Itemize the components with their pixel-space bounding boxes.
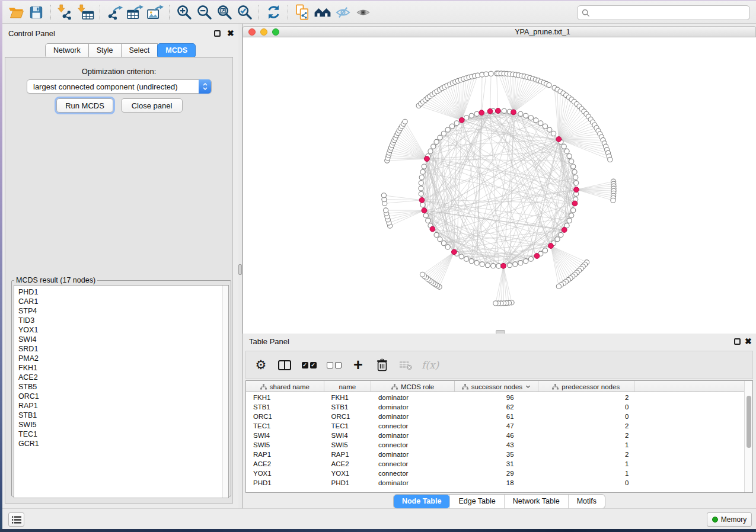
mcds-node[interactable]: [425, 156, 430, 162]
table-cell[interactable]: 0: [539, 412, 635, 421]
mcds-node[interactable]: [419, 197, 425, 203]
tab-style[interactable]: Style: [88, 43, 122, 58]
add-column-button[interactable]: +: [350, 356, 366, 374]
network-node[interactable]: [569, 213, 574, 218]
network-node[interactable]: [508, 263, 512, 268]
vertical-splitter[interactable]: [238, 24, 243, 508]
tab-mcds[interactable]: MCDS: [157, 43, 196, 58]
tab-network[interactable]: Network: [45, 43, 89, 58]
table-cell[interactable]: 0: [539, 402, 635, 412]
table-cell[interactable]: RAP1: [324, 450, 371, 459]
network-node[interactable]: [534, 118, 538, 123]
network-node[interactable]: [569, 159, 574, 164]
table-cell[interactable]: 2: [539, 393, 635, 402]
table-row[interactable]: RAP1RAP1dominator352: [246, 450, 744, 459]
import-table-button[interactable]: [75, 3, 95, 22]
network-node[interactable]: [445, 245, 450, 249]
table-cell[interactable]: ACE2: [246, 459, 324, 469]
mcds-result-item[interactable]: TID3: [18, 316, 222, 325]
table-row[interactable]: YOX1YOX1connector291: [246, 469, 744, 478]
network-node[interactable]: [513, 262, 518, 267]
network-node[interactable]: [476, 73, 480, 78]
table-row[interactable]: PHD1PHD1dominator180: [246, 478, 744, 488]
mcds-node[interactable]: [430, 226, 435, 232]
network-node[interactable]: [428, 149, 433, 153]
close-panel-button[interactable]: Close panel: [121, 98, 183, 113]
mcds-result-item[interactable]: TEC1: [18, 430, 222, 439]
network-node[interactable]: [426, 218, 430, 223]
table-row[interactable]: SWI5SWI5connector431: [246, 440, 744, 450]
network-node[interactable]: [571, 164, 576, 169]
column-header-MCDS-role[interactable]: MCDS role: [371, 381, 455, 392]
network-node[interactable]: [474, 111, 479, 116]
task-history-button[interactable]: [8, 512, 24, 527]
table-cell[interactable]: [634, 421, 744, 431]
table-cell[interactable]: ORC1: [324, 412, 371, 421]
table-cell[interactable]: 29: [455, 469, 539, 478]
table-scrollbar[interactable]: [744, 381, 752, 492]
mcds-result-item[interactable]: YOX1: [18, 325, 222, 335]
tab-edge-table[interactable]: Edge Table: [449, 495, 503, 508]
network-node[interactable]: [556, 284, 561, 289]
network-node[interactable]: [496, 264, 501, 268]
close-panel-icon[interactable]: ✖: [227, 28, 234, 39]
network-node[interactable]: [567, 218, 572, 223]
network-node[interactable]: [555, 237, 560, 242]
table-cell[interactable]: TEC1: [324, 421, 371, 431]
network-node[interactable]: [420, 203, 425, 207]
network-node[interactable]: [564, 149, 569, 153]
float-table-panel-icon[interactable]: [734, 338, 741, 345]
mcds-result-item[interactable]: PMA2: [18, 354, 222, 363]
mcds-node[interactable]: [534, 254, 540, 259]
network-node[interactable]: [518, 261, 523, 265]
table-cell[interactable]: connector: [371, 421, 455, 431]
optimization-criterion-dropdown[interactable]: largest connected component (undirected): [27, 79, 212, 94]
mcds-node[interactable]: [562, 227, 567, 233]
zoom-fit-button[interactable]: [214, 3, 234, 22]
network-node[interactable]: [419, 181, 423, 185]
export-table-button[interactable]: [125, 3, 145, 22]
network-node[interactable]: [543, 248, 547, 253]
network-node[interactable]: [567, 154, 572, 159]
table-cell[interactable]: connector: [371, 440, 455, 450]
mcds-result-item[interactable]: STB5: [18, 382, 222, 392]
network-node[interactable]: [551, 131, 556, 136]
table-cell[interactable]: [634, 469, 744, 478]
network-node[interactable]: [491, 264, 496, 268]
table-cell[interactable]: connector: [371, 459, 455, 469]
table-cell[interactable]: dominator: [371, 450, 455, 459]
mcds-result-item[interactable]: PHD1: [18, 287, 222, 297]
tab-network-table[interactable]: Network Table: [504, 495, 568, 508]
table-cell[interactable]: ACE2: [324, 459, 371, 469]
table-cell[interactable]: 1: [539, 469, 635, 478]
mcds-node[interactable]: [501, 263, 506, 268]
network-node[interactable]: [419, 175, 424, 180]
network-node[interactable]: [480, 262, 484, 267]
table-cell[interactable]: 43: [455, 440, 539, 450]
network-node[interactable]: [422, 164, 426, 169]
network-node[interactable]: [423, 213, 428, 218]
column-header-name[interactable]: name: [324, 381, 371, 392]
table-cell[interactable]: 2: [539, 421, 635, 431]
select-all-button[interactable]: ✓✓: [301, 356, 317, 374]
mcds-node[interactable]: [487, 108, 493, 114]
mcds-node[interactable]: [452, 249, 457, 255]
network-node[interactable]: [434, 232, 439, 237]
table-cell[interactable]: SWI5: [324, 440, 371, 450]
mcds-result-item[interactable]: SWI5: [18, 420, 222, 430]
mcds-node[interactable]: [459, 117, 464, 123]
network-node[interactable]: [464, 116, 469, 120]
network-node[interactable]: [419, 186, 423, 191]
mcds-node[interactable]: [511, 110, 516, 115]
network-canvas[interactable]: [243, 37, 756, 334]
mcds-result-item[interactable]: FKH1: [18, 363, 222, 373]
column-header-successor-nodes[interactable]: successor nodes: [455, 381, 538, 392]
table-cell[interactable]: connector: [371, 469, 455, 478]
table-cell[interactable]: 2: [539, 450, 635, 459]
network-node[interactable]: [571, 208, 576, 213]
close-table-panel-icon[interactable]: ✖: [745, 336, 752, 347]
show-columns-button[interactable]: [277, 356, 292, 374]
network-node[interactable]: [524, 113, 528, 118]
table-cell[interactable]: FKH1: [324, 393, 371, 402]
mcds-result-item[interactable]: STB1: [18, 411, 222, 420]
